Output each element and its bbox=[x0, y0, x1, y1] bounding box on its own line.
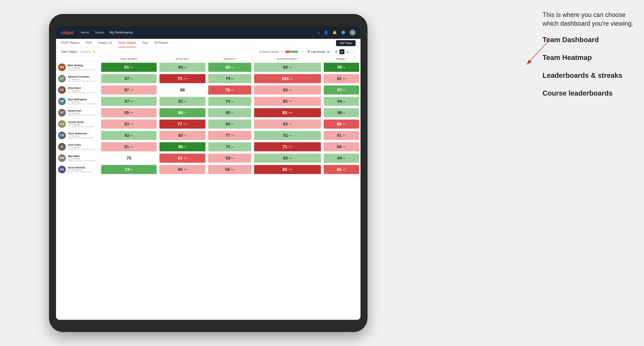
score-cell: 959▲ bbox=[322, 62, 360, 73]
player-cell[interactable]: ECEdward Crossman1-5 HandicapSunningdale… bbox=[56, 73, 100, 84]
score-box: 81-3▼ bbox=[101, 142, 156, 151]
option-team-heatmap: Team Heatmap bbox=[542, 53, 634, 62]
score-value: 89 bbox=[178, 110, 183, 115]
score-box: 85-4▼ bbox=[324, 165, 359, 174]
tab-hcaps[interactable]: Hcaps 1-5 bbox=[98, 39, 112, 47]
player-cell[interactable]: CQCharlie Quick ✓6-10 HandicapSt. George… bbox=[56, 119, 100, 130]
add-team-button[interactable]: Add Team bbox=[336, 40, 356, 46]
player-cell[interactable]: MMMatt Miller6-10 HandicapWoburn Golf Cl… bbox=[56, 153, 100, 164]
score-value: 83 bbox=[282, 110, 287, 115]
score-box: 83-6▼ bbox=[254, 120, 321, 129]
score-delta: 9▲ bbox=[231, 78, 234, 80]
nav-my-performance[interactable]: My Performance bbox=[110, 31, 133, 34]
player-handicap: 6-10 Handicap bbox=[68, 158, 95, 160]
tab-all-players[interactable]: All Players bbox=[154, 39, 168, 47]
player-cell[interactable]: BMBlair McHargPlus HandicapRoyal North D… bbox=[56, 62, 100, 73]
nav-teams[interactable]: Teams bbox=[95, 31, 104, 34]
player-count: 14 Players bbox=[80, 50, 91, 53]
player-name: Blair McHarg bbox=[68, 64, 98, 67]
list-view-button[interactable]: ☰ bbox=[334, 49, 339, 54]
player-cell[interactable]: DBDave Billingham1-5 HandicapGog Magog G… bbox=[56, 96, 100, 107]
score-value: 87 bbox=[124, 88, 129, 92]
bell-icon[interactable]: 🔔 bbox=[332, 30, 337, 35]
table-row: ANAaron Nicholls11-15 HandicapDrift Golf… bbox=[56, 164, 360, 175]
tab-pgat-players[interactable]: PGAT Players bbox=[61, 39, 80, 47]
score-delta: -3▼ bbox=[231, 134, 234, 137]
grid-view-button[interactable]: ⊞ bbox=[340, 49, 344, 54]
score-cell: 86-8▼ bbox=[322, 119, 360, 130]
score-cell: 84-21▼ bbox=[253, 164, 322, 175]
score-box: 741▲ bbox=[208, 97, 251, 106]
col-header-tee[interactable]: Off the Tee ▾ bbox=[158, 56, 207, 62]
score-value: 95 bbox=[337, 65, 342, 70]
player-name: David Ford ✓ bbox=[68, 109, 98, 112]
download-button[interactable]: ↓ bbox=[351, 49, 356, 54]
score-box: 89-2▼ bbox=[324, 142, 359, 151]
score-delta: 15▲ bbox=[289, 78, 293, 80]
team-name-label: Team Clippd bbox=[61, 50, 76, 53]
table-row: CRChris Robertson ✓1-5 HandicapCraigmill… bbox=[56, 130, 360, 141]
person-icon[interactable]: 👤 bbox=[324, 30, 328, 35]
player-cell[interactable]: JCJosh Coles1-5 HandicapRoyal North Devo… bbox=[56, 141, 100, 152]
score-delta: 4▲ bbox=[231, 157, 234, 159]
col-header-green[interactable]: Around the Green ▾ bbox=[253, 56, 322, 62]
score-cell: 824▲ bbox=[158, 96, 207, 107]
settings-icon[interactable]: ⚙️ bbox=[341, 30, 346, 35]
annotation-arrow bbox=[509, 38, 553, 73]
col-header-approach[interactable]: Approach ▾ bbox=[207, 56, 253, 62]
annotation-text: This is where you can choose which dashb… bbox=[542, 10, 634, 28]
search-icon[interactable]: ⌕ bbox=[318, 30, 320, 35]
tab-team-clippd[interactable]: Team Clippd bbox=[118, 39, 136, 47]
avatar: EE bbox=[58, 86, 66, 94]
player-club: Gog Magog Golf Club, United Kingdom bbox=[68, 103, 98, 105]
score-cell: 584▲ bbox=[207, 153, 253, 164]
score-value: 74 bbox=[226, 99, 230, 104]
player-cell[interactable]: CRChris Robertson ✓1-5 HandicapCraigmill… bbox=[56, 130, 100, 141]
score-value: 103 bbox=[282, 76, 288, 81]
change-bar bbox=[285, 51, 298, 53]
player-handicap: Plus Handicap bbox=[68, 67, 98, 69]
score-cell: 799▲ bbox=[207, 73, 253, 84]
player-cell[interactable]: EEElliot Ebert1-5 HandicapSunningdale Go… bbox=[56, 84, 100, 96]
player-handicap: 1-5 Handicap bbox=[68, 135, 94, 137]
round-change-pos: +5 bbox=[300, 50, 303, 53]
score-cell: 941▲ bbox=[322, 96, 360, 107]
score-delta: -1▼ bbox=[288, 66, 292, 68]
score-box: 858▲ bbox=[208, 63, 251, 72]
score-delta: -14▼ bbox=[183, 123, 188, 125]
score-cell: 77-14▼ bbox=[158, 119, 207, 130]
player-cell[interactable]: DFDavid Ford ✓Plus HandicapRoyal North D… bbox=[56, 107, 100, 118]
player-name: Dave Billingham bbox=[68, 98, 98, 101]
score-cell: 75 bbox=[100, 153, 158, 164]
score-value: 73 bbox=[178, 76, 182, 81]
player-handicap: 1-5 Handicap bbox=[68, 78, 98, 80]
score-cell: 748▲ bbox=[100, 164, 158, 175]
score-cell: 823▲ bbox=[100, 130, 158, 141]
player-name: Charlie Quick ✓ bbox=[68, 121, 98, 124]
last-rounds-button[interactable]: 📅 Last Rounds: 20 bbox=[305, 49, 332, 54]
col-header-quality[interactable]: Player Quality ▾ bbox=[100, 56, 158, 62]
score-delta: -3▼ bbox=[130, 112, 134, 114]
player-cell[interactable]: ANAaron Nicholls11-15 HandicapDrift Golf… bbox=[56, 164, 100, 175]
edit-team-icon[interactable]: ✏️ bbox=[92, 50, 96, 53]
score-box: 88-2▼ bbox=[254, 154, 321, 163]
nav-home[interactable]: Home bbox=[81, 31, 89, 34]
tab-pga[interactable]: PGA bbox=[86, 39, 92, 47]
score-delta: 3▲ bbox=[343, 157, 346, 159]
score-box: 85-3▼ bbox=[254, 97, 321, 106]
col-header-putting[interactable]: Putting ▾ bbox=[322, 56, 360, 62]
score-delta: 9▲ bbox=[343, 66, 346, 68]
user-avatar[interactable]: U bbox=[350, 29, 356, 35]
heatmap-view-button[interactable]: 🗂 bbox=[345, 49, 350, 54]
player-club: St. George's Hill GC - Weybridge - Surre… bbox=[68, 126, 98, 128]
score-value: 79 bbox=[226, 76, 230, 81]
tab-tour[interactable]: Tour bbox=[142, 39, 148, 47]
score-delta: 4▲ bbox=[184, 100, 186, 102]
score-delta: 2▲ bbox=[184, 134, 186, 137]
player-name: Elliot Ebert bbox=[68, 87, 98, 89]
tablet-screen: clippd Home Teams My Performance ⌕ 👤 🔔 ⚙… bbox=[56, 26, 360, 320]
score-value: 84 bbox=[178, 65, 183, 70]
score-cell: 846▲ bbox=[158, 62, 207, 73]
table-row: ECEdward Crossman1-5 HandicapSunningdale… bbox=[56, 73, 360, 84]
score-box: 799▲ bbox=[208, 74, 251, 83]
